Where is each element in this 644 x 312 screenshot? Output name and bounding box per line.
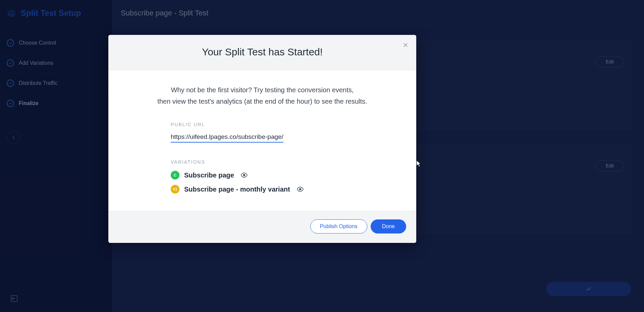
variation-item-v1: V1 Subscribe page - monthly variant bbox=[171, 185, 393, 194]
variation-badge: C bbox=[171, 171, 179, 179]
variation-name: Subscribe page bbox=[184, 171, 234, 179]
modal-footer: Publish Options Done bbox=[108, 211, 416, 243]
variation-item-control: C Subscribe page bbox=[171, 171, 393, 179]
eye-icon bbox=[297, 186, 304, 193]
description-line: Why not be the first visitor? Try testin… bbox=[171, 86, 354, 94]
split-test-started-modal: Your Split Test has Started! × Why not b… bbox=[108, 35, 416, 243]
public-url-link[interactable]: https://uifeed.lpages.co/subscribe-page/ bbox=[171, 133, 283, 143]
done-button[interactable]: Done bbox=[371, 219, 406, 233]
variations-label: VARIATIONS bbox=[132, 159, 393, 165]
eye-icon bbox=[241, 172, 248, 178]
preview-button[interactable] bbox=[297, 186, 304, 193]
svg-point-2 bbox=[243, 174, 245, 176]
variation-badge: V1 bbox=[171, 185, 179, 194]
variations-list: C Subscribe page V1 Subscribe page - mon… bbox=[132, 171, 393, 194]
cursor-icon bbox=[417, 160, 422, 167]
public-url-label: PUBLIC URL bbox=[132, 122, 393, 127]
close-icon: × bbox=[403, 40, 408, 50]
modal-title: Your Split Test has Started! bbox=[115, 46, 410, 58]
description-line: then view the test's analytics (at the e… bbox=[157, 98, 367, 105]
close-button[interactable]: × bbox=[401, 40, 410, 50]
svg-point-3 bbox=[299, 189, 301, 190]
variation-name: Subscribe page - monthly variant bbox=[184, 186, 290, 193]
modal-body: Why not be the first visitor? Try testin… bbox=[108, 70, 416, 211]
publish-options-button[interactable]: Publish Options bbox=[310, 219, 367, 233]
modal-header: Your Split Test has Started! × bbox=[108, 35, 416, 70]
modal-description: Why not be the first visitor? Try testin… bbox=[132, 84, 393, 107]
preview-button[interactable] bbox=[241, 172, 248, 178]
